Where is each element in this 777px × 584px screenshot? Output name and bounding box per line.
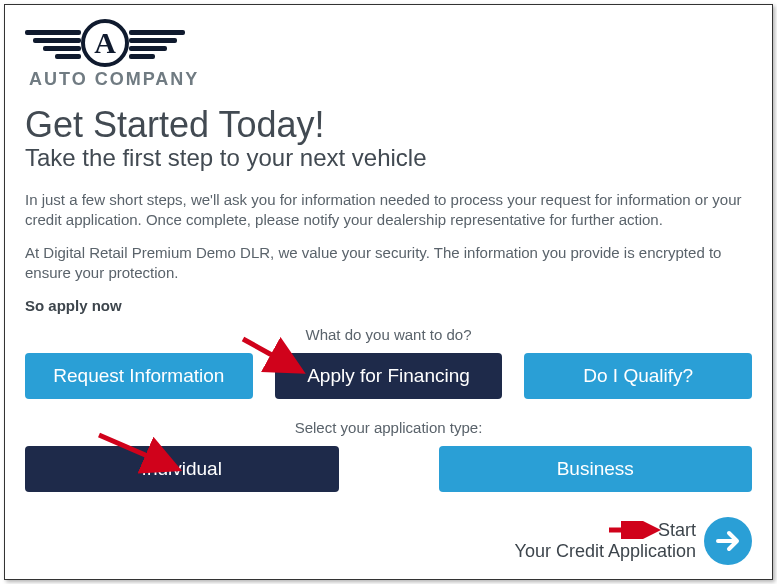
page-subtitle: Take the first step to your next vehicle (25, 144, 752, 172)
intro-paragraph-2: At Digital Retail Premium Demo DLR, we v… (25, 243, 752, 284)
svg-rect-1 (33, 38, 81, 43)
svg-rect-4 (129, 30, 185, 35)
svg-rect-2 (43, 46, 81, 51)
svg-rect-6 (129, 46, 167, 51)
left-wing-icon (25, 26, 85, 60)
start-arrow-button[interactable] (704, 517, 752, 565)
start-application-label: Start Your Credit Application (515, 520, 696, 561)
logo: A (25, 19, 752, 67)
individual-button[interactable]: Individual (25, 446, 339, 492)
company-name: AUTO COMPANY (29, 69, 752, 90)
svg-rect-0 (25, 30, 81, 35)
request-information-button[interactable]: Request Information (25, 353, 253, 399)
intro-paragraph-1: In just a few short steps, we'll ask you… (25, 190, 752, 231)
apply-for-financing-button[interactable]: Apply for Financing (275, 353, 503, 399)
svg-rect-7 (129, 54, 155, 59)
so-apply-now-label: So apply now (25, 297, 752, 314)
start-line-2: Your Credit Application (515, 541, 696, 562)
business-button[interactable]: Business (439, 446, 753, 492)
prompt-app-type: Select your application type: (25, 419, 752, 436)
prompt-action: What do you want to do? (25, 326, 752, 343)
right-wing-icon (125, 26, 185, 60)
logo-letter: A (81, 19, 129, 67)
start-line-1: Start (515, 520, 696, 541)
arrow-right-icon (714, 527, 742, 555)
svg-rect-5 (129, 38, 177, 43)
do-i-qualify-button[interactable]: Do I Qualify? (524, 353, 752, 399)
svg-rect-3 (55, 54, 81, 59)
start-application[interactable]: Start Your Credit Application (515, 517, 752, 565)
page-title: Get Started Today! (25, 104, 752, 146)
